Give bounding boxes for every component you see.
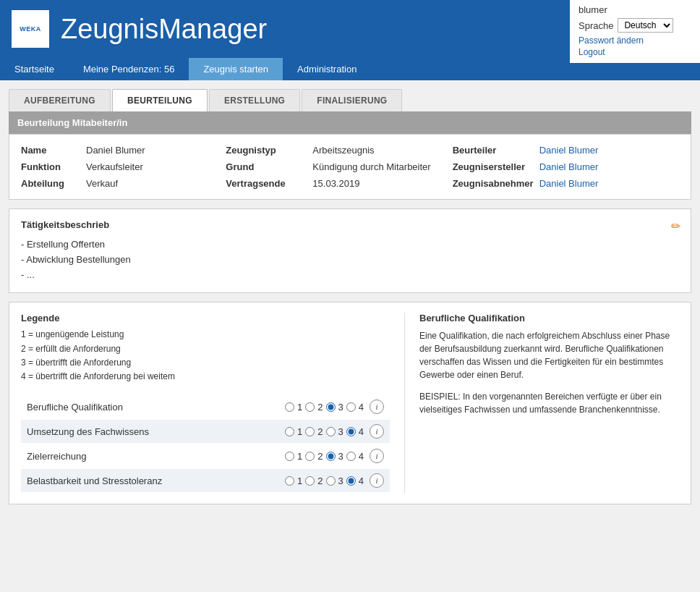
legend-item-3: 4 = übertrifft die Anforderung bei weite…: [21, 370, 390, 384]
eval-row-label-1: Umsetzung des Fachwissens: [27, 426, 285, 437]
eval-radio-zi-1[interactable]: [285, 452, 294, 461]
language-select[interactable]: Deutsch English Français: [618, 18, 673, 33]
evaluation-card: Legende 1 = ungenügende Leistung 2 = erf…: [9, 302, 691, 504]
eval-row-radios-2: 1 2 3 4: [285, 451, 364, 462]
eval-radio-label-zi-4: 4: [359, 451, 364, 462]
eval-radio-label-bq-4: 4: [359, 402, 364, 413]
eval-row-1: Umsetzung des Fachwissens 1 2 3 4 i: [21, 420, 390, 443]
eval-radio-bs-2[interactable]: [305, 476, 315, 486]
funktion-label: Funktion: [21, 161, 86, 172]
eval-radio-label-bs-1: 1: [297, 475, 302, 486]
taetigkeit-line-1: - Abwicklung Bestellungen: [21, 253, 679, 268]
tab-erstellung[interactable]: ERSTELLUNG: [209, 89, 300, 111]
eval-radio-label-bq-2: 2: [317, 402, 323, 413]
eval-radio-zi-3[interactable]: [326, 452, 336, 461]
nav-administration[interactable]: Administration: [283, 58, 371, 80]
nav-pendenzen[interactable]: Meine Pendenzen: 56: [69, 58, 189, 80]
eval-radio-label-uf-4: 4: [359, 426, 364, 437]
change-password-link[interactable]: Passwort ändern: [579, 35, 691, 46]
user-panel: blumer Sprache Deutsch English Français …: [570, 0, 700, 63]
info-grid: Name Daniel Blumer Zeugnistyp Arbeitszeu…: [21, 145, 679, 189]
logo-text: WEKA: [20, 25, 41, 33]
name-label: Name: [21, 145, 86, 156]
edit-icon[interactable]: ✏: [671, 219, 680, 233]
eval-row-3: Belastbarkeit und Stresstoleranz 1 2 3 4…: [21, 469, 390, 492]
eval-radio-bq-3[interactable]: [326, 402, 336, 412]
beurteiler-label: Beurteiler: [453, 145, 539, 156]
main-content: Beurteilung Mitabeiter/in Name Daniel Bl…: [0, 111, 700, 522]
eval-info-btn-0[interactable]: i: [370, 399, 384, 414]
taetigkeit-card: Tätigkeitsbeschrieb - Erstellung Offerte…: [9, 208, 691, 293]
nav-zeugnis-starten[interactable]: Zeugnis starten: [189, 58, 283, 80]
tab-aufbereitung[interactable]: AUFBEREITUNG: [9, 89, 111, 111]
eval-radio-label-uf-3: 3: [338, 426, 343, 437]
eval-radio-label-bs-4: 4: [359, 475, 364, 486]
eval-radio-label-zi-2: 2: [317, 451, 323, 462]
eval-radio-label-zi-3: 3: [338, 451, 343, 462]
detail-panel: Berufliche Qualifikation Eine Qualifikat…: [404, 313, 679, 494]
eval-info-btn-2[interactable]: i: [370, 449, 384, 463]
eval-radio-label-bq-3: 3: [338, 402, 343, 413]
zeugnisersteller-value[interactable]: Daniel Blumer: [539, 161, 679, 172]
eval-radio-uf-1[interactable]: [285, 427, 294, 436]
taetigkeit-line-2: - ...: [21, 268, 679, 283]
eval-row-radios-1: 1 2 3 4: [285, 426, 364, 437]
eval-radio-zi-2[interactable]: [305, 452, 315, 461]
eval-radio-bs-3[interactable]: [326, 476, 336, 486]
legend-item-2: 3 = übertrifft die Anforderung: [21, 356, 390, 370]
detail-para-0: Eine Qualifikation, die nach erfolgreich…: [419, 329, 679, 381]
legend-item-0: 1 = ungenügende Leistung: [21, 328, 390, 342]
eval-left: Legende 1 = ungenügende Leistung 2 = erf…: [21, 313, 404, 494]
beurteiler-value[interactable]: Daniel Blumer: [539, 145, 679, 156]
taetigkeit-title: Tätigkeitsbeschrieb: [21, 219, 679, 230]
eval-row-label-2: Zielerreichung: [27, 451, 285, 462]
eval-radio-uf-3[interactable]: [326, 427, 336, 436]
taetigkeit-content: - Erstellung Offerten - Abwicklung Beste…: [21, 237, 679, 282]
eval-radio-bs-4[interactable]: [346, 476, 356, 486]
eval-radio-label-bq-1: 1: [297, 402, 302, 413]
grund-value: Kündigung durch Mitarbeiter: [312, 161, 452, 172]
eval-radio-label-uf-1: 1: [297, 426, 302, 437]
zeugnisabnehmer-label: Zeugnisabnehmer: [453, 178, 539, 189]
vertragsende-value: 15.03.2019: [312, 178, 452, 189]
eval-row-2: Zielerreichung 1 2 3 4 i: [21, 444, 390, 468]
eval-row-0: Berufliche Qualifikation 1 2 3 4 i: [21, 395, 390, 418]
abteilung-label: Abteilung: [21, 178, 86, 189]
logo-box: WEKA: [12, 10, 49, 48]
eval-main: Legende 1 = ungenügende Leistung 2 = erf…: [21, 313, 679, 494]
zeugnisabnehmer-value[interactable]: Daniel Blumer: [539, 178, 679, 189]
detail-para-1: BEISPIEL: In den vorgenannten Bereichen …: [419, 390, 679, 416]
zeugnisersteller-label: Zeugnisersteller: [453, 161, 539, 172]
app-header: WEKA ZeugnisManager blumer Sprache Deuts…: [0, 0, 700, 58]
zeugnistyp-value: Arbeitszeugnis: [312, 145, 452, 156]
eval-radio-bq-1[interactable]: [285, 402, 294, 412]
eval-radio-uf-4[interactable]: [346, 427, 356, 436]
eval-radio-label-bs-3: 3: [338, 475, 343, 486]
eval-row-radios-0: 1 2 3 4: [285, 402, 364, 413]
eval-info-btn-1[interactable]: i: [370, 424, 384, 439]
vertragsende-label: Vertragsende: [226, 178, 312, 189]
eval-radio-zi-4[interactable]: [346, 452, 356, 461]
zeugnistyp-label: Zeugnistyp: [226, 145, 312, 156]
logout-link[interactable]: Logout: [579, 47, 691, 57]
tab-finalisierung[interactable]: FINALISIERUNG: [302, 89, 402, 111]
eval-radio-label-bs-2: 2: [317, 475, 323, 486]
eval-radio-label-uf-2: 2: [317, 426, 323, 437]
eval-info-btn-3[interactable]: i: [370, 473, 384, 488]
grund-label: Grund: [226, 161, 312, 172]
detail-title: Berufliche Qualifikation: [419, 313, 679, 324]
eval-radio-uf-2[interactable]: [305, 427, 315, 436]
employee-info-card: Name Daniel Blumer Zeugnistyp Arbeitszeu…: [9, 134, 691, 200]
eval-radio-bq-2[interactable]: [305, 402, 315, 412]
section-header: Beurteilung Mitabeiter/in: [9, 111, 691, 134]
legend-title: Legende: [21, 313, 390, 324]
legend-item-1: 2 = erfüllt die Anforderung: [21, 342, 390, 356]
tab-beurteilung[interactable]: BEURTEILUNG: [112, 89, 208, 111]
eval-radio-bs-1[interactable]: [285, 476, 294, 486]
eval-radio-bq-4[interactable]: [346, 402, 356, 412]
nav-startseite[interactable]: Startseite: [0, 58, 69, 80]
eval-row-label-0: Berufliche Qualifikation: [27, 402, 285, 413]
username-display: blumer: [579, 4, 691, 15]
eval-row-label-3: Belastbarkeit und Stresstoleranz: [27, 475, 285, 486]
app-title: ZeugnisManager: [61, 14, 267, 45]
